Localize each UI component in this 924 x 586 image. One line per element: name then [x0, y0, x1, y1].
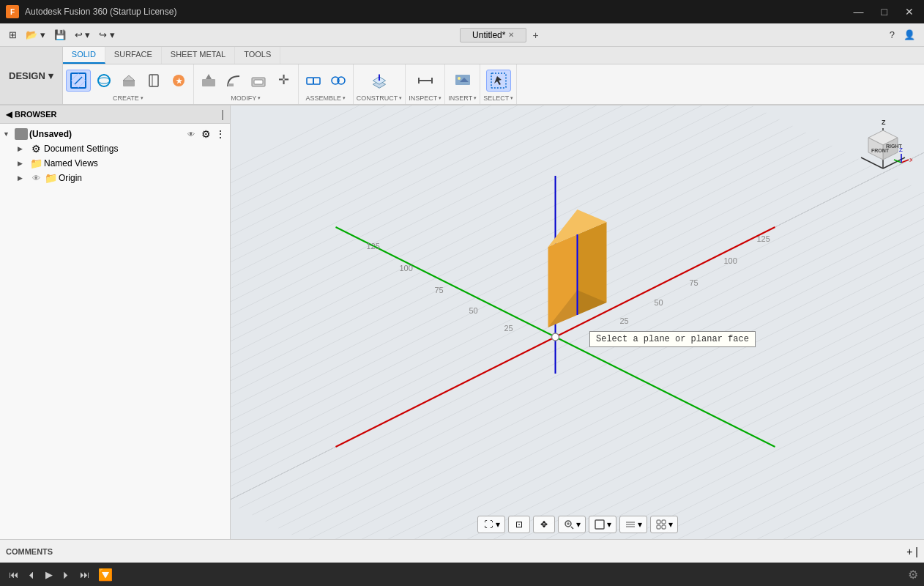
ribbon-group-inspect: INSPECT ▾: [406, 64, 445, 104]
timeline-settings-button[interactable]: ⚙: [908, 568, 918, 582]
restore-button[interactable]: □: [877, 4, 892, 19]
timeline-end-button[interactable]: ⏭: [77, 568, 92, 582]
insert-canvas-button[interactable]: [451, 70, 474, 91]
construct-plane-button[interactable]: [368, 70, 391, 91]
timeline-next-button[interactable]: ⏵: [59, 568, 74, 582]
create-sketch-button[interactable]: [66, 70, 91, 92]
grid-canvas: [231, 105, 924, 539]
root-more-icon[interactable]: ⋮: [214, 128, 227, 140]
svg-line-33: [861, 157, 883, 168]
minimize-button[interactable]: —: [849, 4, 868, 19]
browser-pin-button[interactable]: |: [221, 108, 224, 120]
construct-dropdown-arrow[interactable]: ▾: [399, 95, 402, 101]
file-menu-button[interactable]: 📂 ▾: [23, 28, 48, 42]
close-button[interactable]: ✕: [901, 4, 918, 19]
named-views-folder-icon: 📁: [29, 157, 42, 169]
orbit-button[interactable]: ⛶ ▾: [477, 516, 505, 533]
grid-button[interactable]: ▾: [619, 516, 647, 533]
modify-group-label: MODIFY: [231, 94, 256, 102]
svg-rect-18: [313, 78, 320, 84]
browser-root-item[interactable]: ▼ (Unsaved) 👁 ⚙ ⋮: [0, 127, 230, 141]
origin-chevron[interactable]: ▶: [18, 174, 28, 182]
inspect-measure-button[interactable]: [414, 70, 437, 91]
inspect-dropdown-arrow[interactable]: ▾: [439, 95, 441, 101]
comments-add-button[interactable]: +: [906, 546, 912, 557]
assemble-joint-button[interactable]: [327, 70, 350, 91]
create-form-button[interactable]: [92, 70, 116, 91]
select-dropdown-arrow[interactable]: ▾: [510, 95, 513, 101]
svg-rect-53: [595, 520, 604, 529]
browser-item-named-views[interactable]: ▶ 📁 Named Views: [0, 156, 230, 171]
ribbon-group-select: SELECT ▾: [480, 64, 517, 104]
named-views-chevron[interactable]: ▶: [18, 160, 28, 167]
save-button[interactable]: 💾: [51, 28, 69, 42]
root-settings-icon[interactable]: ⚙: [199, 128, 212, 140]
comments-label: COMMENTS: [6, 547, 53, 556]
create-special-button[interactable]: ★: [167, 70, 190, 91]
origin-eye-icon[interactable]: 👁: [29, 174, 42, 182]
undo-button[interactable]: ↩ ▾: [72, 28, 94, 42]
tab-surface[interactable]: SURFACE: [105, 47, 162, 64]
timeline-prev-button[interactable]: ⏴: [24, 568, 40, 582]
root-eye-icon[interactable]: 👁: [185, 130, 198, 138]
add-tab-button[interactable]: +: [526, 26, 544, 44]
comments-pin-button[interactable]: |: [915, 546, 918, 557]
display-mode-button[interactable]: ▾: [589, 516, 616, 533]
modify-shell-button[interactable]: [247, 70, 270, 91]
svg-line-41: [901, 160, 909, 163]
root-label: (Unsaved): [29, 129, 183, 139]
svg-rect-15: [254, 80, 263, 84]
browser-header: ◀ BROWSER |: [0, 105, 230, 124]
tab-solid[interactable]: SOLID: [63, 47, 105, 64]
svg-rect-59: [657, 525, 660, 529]
viewport[interactable]: Select a plane or planar face Z FRONT RI…: [231, 105, 924, 539]
zoom-button[interactable]: ▾: [558, 516, 586, 533]
assemble-group-label: ASSEMBLE: [306, 94, 342, 102]
insert-group-label: INSERT: [448, 94, 472, 102]
svg-line-1: [75, 77, 82, 84]
assemble-dropdown-arrow[interactable]: ▾: [343, 95, 346, 101]
tab-tools[interactable]: TOOLS: [235, 47, 280, 64]
svg-rect-58: [662, 520, 666, 524]
design-menu-button[interactable]: DESIGN ▾: [0, 47, 63, 104]
timeline-play-button[interactable]: ▶: [42, 568, 56, 582]
create-revolve-button[interactable]: [142, 70, 165, 91]
new-button[interactable]: ⊞: [6, 28, 20, 42]
modify-dropdown-arrow[interactable]: ▾: [258, 95, 261, 101]
tab-sheet-metal[interactable]: SHEET METAL: [162, 47, 235, 64]
account-button[interactable]: 👤: [901, 28, 918, 42]
look-button[interactable]: ✥: [533, 516, 555, 533]
browser-item-document-settings[interactable]: ▶ ⚙ Document Settings: [0, 141, 230, 156]
origin-folder-icon: 📁: [44, 172, 57, 184]
modify-fillet-button[interactable]: [222, 70, 245, 91]
svg-line-50: [571, 527, 573, 529]
tab-close-button[interactable]: ✕: [508, 31, 514, 39]
modify-move-button[interactable]: ✛: [272, 70, 295, 91]
create-dropdown-arrow[interactable]: ▾: [141, 95, 144, 101]
pan-button[interactable]: ⊡: [508, 516, 530, 533]
assemble-new-component-button[interactable]: [302, 70, 325, 91]
viewport-split-button[interactable]: ▾: [650, 516, 678, 533]
timeline-rewind-button[interactable]: ⏮: [6, 568, 21, 582]
root-chevron[interactable]: ▼: [3, 130, 13, 138]
svg-rect-57: [657, 520, 660, 524]
insert-dropdown-arrow[interactable]: ▾: [474, 95, 477, 101]
ribbon-group-assemble: ASSEMBLE ▾: [299, 64, 354, 104]
timeline-filter-button[interactable]: 🔽: [95, 566, 116, 583]
app-title: Autodesk Fusion 360 (Startup License): [25, 7, 176, 17]
ribbon-content: ★ CREATE ▾: [63, 64, 924, 104]
svg-rect-7: [149, 75, 158, 86]
ribbon-group-create: ★ CREATE ▾: [63, 64, 194, 104]
select-button[interactable]: [486, 70, 511, 92]
help-button[interactable]: ?: [887, 28, 898, 42]
create-extrude-button[interactable]: [117, 70, 141, 91]
modify-press-pull-button[interactable]: [197, 70, 220, 91]
view-cube[interactable]: Z FRONT RIGHT X Z: [854, 117, 912, 176]
browser-panel: ◀ BROWSER | ▼ (Unsaved) 👁 ⚙ ⋮ ▶ ⚙ Docume…: [0, 105, 231, 539]
browser-collapse-icon[interactable]: ◀: [6, 110, 12, 119]
doc-settings-chevron[interactable]: ▶: [18, 145, 28, 152]
redo-button[interactable]: ↪ ▾: [96, 28, 118, 42]
browser-item-origin[interactable]: ▶ 👁 📁 Origin: [0, 171, 230, 185]
browser-tree: ▼ (Unsaved) 👁 ⚙ ⋮ ▶ ⚙ Document Settings …: [0, 124, 230, 539]
construct-group-label: CONSTRUCT: [357, 94, 398, 102]
